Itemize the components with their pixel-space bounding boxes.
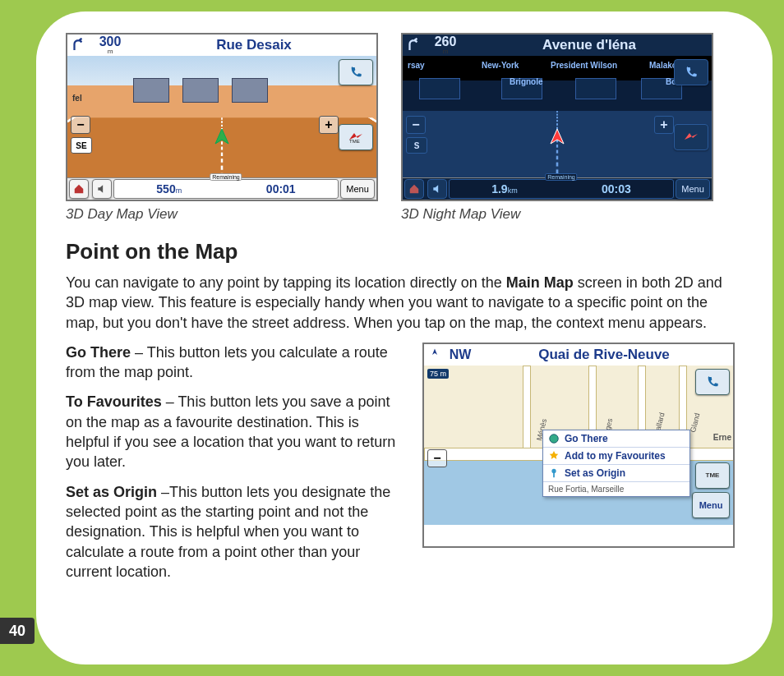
pin-icon [548, 467, 560, 479]
svg-point-1 [550, 435, 559, 444]
turn-distance: 260 m [424, 34, 467, 56]
street-name: Quai de Rive-Neuve [475, 344, 733, 366]
content-sheet: 300 m Rue Desaix fel [36, 11, 772, 665]
turn-distance-value: 300 [99, 35, 122, 48]
turn-distance: 300 m [89, 34, 131, 56]
zoom-in-button[interactable]: + [654, 116, 674, 134]
street-name: Rue Desaix [131, 34, 376, 56]
street-name: Avenue d'Iéna [467, 34, 712, 56]
context-menu-set-origin[interactable]: Set as Origin [543, 465, 689, 482]
go-there-paragraph: Go There – This button lets you calculat… [66, 343, 403, 383]
phone-button[interactable] [674, 59, 708, 85]
context-menu-go-there[interactable]: Go There [543, 430, 689, 448]
phone-button[interactable] [695, 369, 730, 395]
sound-button[interactable] [92, 179, 112, 199]
remaining-distance: 1.9km [491, 182, 517, 195]
zoom-in-button[interactable]: + [319, 116, 339, 134]
menu-item-label: Add to my Favourites [565, 450, 666, 462]
vehicle-cursor-icon [212, 127, 232, 150]
vehicle-cursor-icon [547, 127, 567, 150]
menu-button[interactable]: Menu [692, 492, 730, 518]
building-icon [419, 78, 460, 99]
remaining-label: Remaining [545, 173, 577, 181]
turn-distance-value: 260 [435, 35, 457, 48]
home-button[interactable] [69, 179, 89, 199]
menu-item-label: Go There [565, 433, 608, 444]
figure-caption: 3D Night Map View [401, 206, 713, 223]
menu-button[interactable]: Menu [340, 179, 375, 199]
globe-icon [548, 433, 560, 444]
scale-indicator: 75 m [427, 369, 449, 379]
map-label: President Wilson [551, 61, 617, 70]
context-menu: Go There Add to my Favourites Set as Ori… [542, 430, 690, 497]
zoom-out-button[interactable]: − [427, 449, 447, 467]
figures-row: 300 m Rue Desaix fel [66, 33, 743, 223]
intro-bold: Main Map [506, 274, 574, 291]
compass-indicator[interactable]: SE [71, 137, 92, 154]
map-viewport-night[interactable]: rsay New-York President Wilson Malako Br… [403, 56, 712, 178]
tme-button[interactable]: TME [339, 124, 373, 150]
section-heading: Point on the Map [66, 239, 743, 264]
favourites-label: To Favourites [66, 393, 162, 410]
tme-label: TME [706, 471, 720, 479]
compass-indicator[interactable]: S [406, 137, 427, 154]
map-viewport-day[interactable]: fel TME − + SE [67, 56, 376, 178]
road [523, 366, 531, 458]
menu-button[interactable]: Menu [676, 179, 710, 199]
address-label: Rue Fortia, Marseille [548, 485, 624, 494]
context-menu-add-favourite[interactable]: Add to my Favourites [543, 448, 689, 465]
trip-info-panel[interactable]: Remaining 1.9km 00:03 [449, 179, 674, 199]
menu-item-label: Set as Origin [565, 467, 625, 479]
building-icon [133, 78, 169, 103]
origin-paragraph: Set as Origin –This button lets you desi… [66, 482, 403, 582]
svg-rect-3 [553, 472, 555, 477]
map-label: Malako [649, 61, 677, 70]
turn-arrow-icon [67, 34, 89, 56]
figure-day: 300 m Rue Desaix fel [66, 33, 378, 223]
tme-button[interactable]: TME [695, 462, 730, 489]
gps-context-screenshot: NW Quai de Rive-Neuve 75 m Ménès Belges [422, 343, 735, 548]
sound-button[interactable] [427, 179, 447, 199]
gps-bottom-bar: Remaining 1.9km 00:03 Menu [403, 177, 712, 200]
go-there-label: Go There [66, 344, 131, 361]
zoom-out-button[interactable]: − [71, 116, 90, 134]
gps-bottom-bar: Remaining 550m 00:01 Menu [67, 177, 376, 200]
zoom-out-button[interactable]: − [406, 116, 426, 134]
building-icon [575, 78, 616, 99]
remaining-time: 00:01 [266, 182, 296, 195]
context-menu-address: Rue Fortia, Marseille [543, 482, 689, 496]
star-icon [548, 450, 560, 462]
gps-top-bar: 300 m Rue Desaix [67, 34, 376, 57]
favourites-paragraph: To Favourites – This button lets you sav… [66, 392, 403, 471]
menu-label: Menu [699, 500, 723, 510]
road-label: Erne [713, 433, 731, 442]
compass-value: NW [450, 348, 472, 361]
intro-paragraph: You can navigate to any point by tapping… [66, 273, 743, 333]
trip-info-panel[interactable]: Remaining 550m 00:01 [113, 179, 339, 199]
origin-label: Set as Origin [66, 484, 157, 500]
turn-arrow-icon [403, 34, 424, 56]
home-button[interactable] [404, 179, 424, 199]
figure-context: NW Quai de Rive-Neuve 75 m Ménès Belges [422, 343, 743, 548]
compass-direction: NW [445, 344, 475, 366]
map-label: rsay [408, 61, 425, 70]
map-label: Brignole [510, 77, 543, 86]
phone-button[interactable] [339, 59, 373, 85]
descriptions-column: Go There – This button lets you calculat… [66, 343, 403, 591]
gps-top-bar: NW Quai de Rive-Neuve [424, 344, 733, 366]
remaining-label: Remaining [210, 173, 242, 181]
gps-night-screenshot: 260 m Avenue d'Iéna rsay New-York Pres [401, 33, 713, 201]
tme-button[interactable] [674, 124, 708, 150]
intro-text: You can navigate to any point by tapping… [66, 274, 506, 291]
page: 40 300 m Rue Desaix [0, 0, 784, 676]
remaining-distance: 550m [156, 182, 182, 195]
building-icon [232, 78, 268, 103]
north-arrow-icon [424, 344, 445, 366]
map-viewport-context[interactable]: 75 m Ménès Belges an-Ballard Gland Erne [424, 366, 733, 525]
map-label: New-York [482, 61, 519, 70]
sky [67, 56, 376, 85]
figure-caption: 3D Day Map View [66, 206, 378, 223]
gps-day-screenshot: 300 m Rue Desaix fel [66, 33, 378, 201]
page-number-tab: 40 [0, 618, 35, 644]
turn-distance-unit: m [443, 48, 449, 55]
